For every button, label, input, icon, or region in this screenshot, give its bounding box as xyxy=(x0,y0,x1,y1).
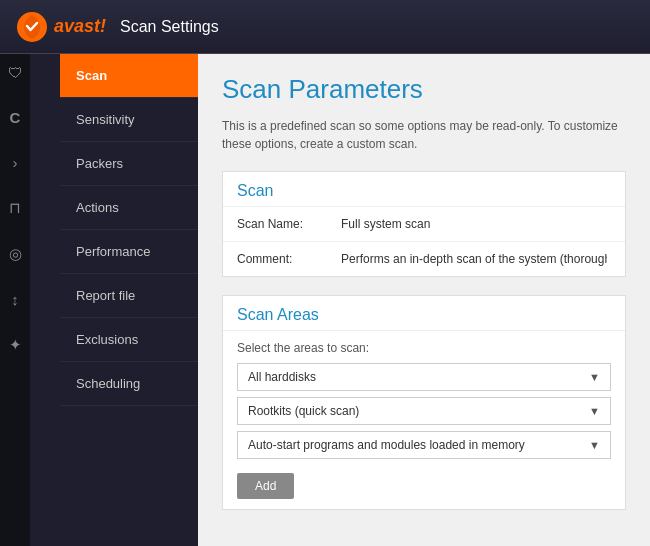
sidebar-item-report-file[interactable]: Report file xyxy=(60,274,198,318)
dropdown-rootkits[interactable]: Rootkits (quick scan) ▼ xyxy=(237,397,611,425)
comment-label: Comment: xyxy=(237,252,337,266)
sidebar-icon-shield[interactable]: 🛡 xyxy=(8,64,23,81)
scan-section-card: Scan Scan Name: Comment: xyxy=(222,171,626,277)
sidebar: 🛡 C › ⊓ ◎ ↕ ✦ Scan Sensitivity Packers A… xyxy=(0,54,198,546)
top-bar: avast! Scan Settings xyxy=(0,0,650,54)
scan-name-row: Scan Name: xyxy=(223,207,625,242)
comment-input[interactable] xyxy=(337,250,611,268)
topbar-title: Scan Settings xyxy=(120,18,219,36)
sidebar-icon-arrow[interactable]: › xyxy=(13,154,18,171)
sidebar-item-packers[interactable]: Packers xyxy=(60,142,198,186)
sidebar-icon-bracket[interactable]: ⊓ xyxy=(9,199,21,217)
sidebar-icon-c[interactable]: C xyxy=(10,109,21,126)
sidebar-icon-circle[interactable]: ◎ xyxy=(9,245,22,263)
scan-name-input[interactable] xyxy=(337,215,611,233)
dropdown-harddisks-arrow: ▼ xyxy=(589,371,600,383)
select-areas-label: Select the areas to scan: xyxy=(237,341,611,355)
avast-brand-text: avast! xyxy=(54,16,106,37)
avast-logo-icon xyxy=(16,11,48,43)
scan-areas-header: Scan Areas xyxy=(223,296,625,331)
avast-logo: avast! xyxy=(16,11,106,43)
info-text: This is a predefined scan so some option… xyxy=(222,117,626,153)
scan-areas-card: Scan Areas Select the areas to scan: All… xyxy=(222,295,626,510)
sidebar-item-performance[interactable]: Performance xyxy=(60,230,198,274)
comment-row: Comment: xyxy=(223,242,625,276)
sidebar-item-actions[interactable]: Actions xyxy=(60,186,198,230)
page-title: Scan Parameters xyxy=(222,74,626,105)
sidebar-item-scan[interactable]: Scan xyxy=(60,54,198,98)
scan-name-label: Scan Name: xyxy=(237,217,337,231)
dropdown-autostart-text: Auto-start programs and modules loaded i… xyxy=(248,438,589,452)
add-button[interactable]: Add xyxy=(237,473,294,499)
main-content: 🛡 C › ⊓ ◎ ↕ ✦ Scan Sensitivity Packers A… xyxy=(0,54,650,546)
sidebar-nav: Scan Sensitivity Packers Actions Perform… xyxy=(60,54,198,546)
sidebar-icon-strip: 🛡 C › ⊓ ◎ ↕ ✦ xyxy=(0,54,30,546)
sidebar-icon-bar[interactable]: ↕ xyxy=(11,291,19,308)
dropdown-autostart-arrow: ▼ xyxy=(589,439,600,451)
content-area: Scan Parameters This is a predefined sca… xyxy=(198,54,650,546)
dropdown-harddisks-text: All harddisks xyxy=(248,370,589,384)
dropdown-harddisks[interactable]: All harddisks ▼ xyxy=(237,363,611,391)
sidebar-item-exclusions[interactable]: Exclusions xyxy=(60,318,198,362)
sidebar-item-sensitivity[interactable]: Sensitivity xyxy=(60,98,198,142)
scan-areas-body: Select the areas to scan: All harddisks … xyxy=(223,331,625,509)
sidebar-icon-gear[interactable]: ✦ xyxy=(9,336,22,354)
dropdown-rootkits-text: Rootkits (quick scan) xyxy=(248,404,589,418)
dropdown-rootkits-arrow: ▼ xyxy=(589,405,600,417)
dropdown-autostart[interactable]: Auto-start programs and modules loaded i… xyxy=(237,431,611,459)
sidebar-item-scheduling[interactable]: Scheduling xyxy=(60,362,198,406)
scan-section-header: Scan xyxy=(223,172,625,207)
